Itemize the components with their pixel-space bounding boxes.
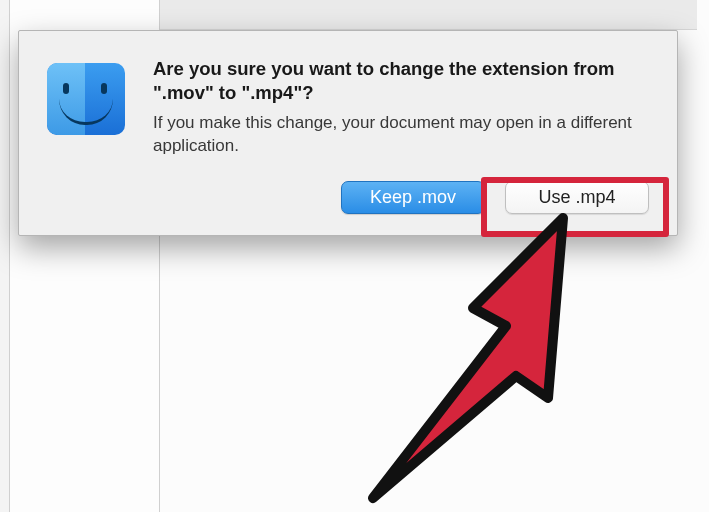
- window-sidebar-edge: [0, 0, 10, 512]
- dialog-message: If you make this change, your document m…: [153, 112, 649, 157]
- dialog-heading: Are you sure you want to change the exte…: [153, 57, 649, 104]
- extension-change-dialog: Are you sure you want to change the exte…: [18, 30, 678, 236]
- finder-icon: [47, 63, 127, 143]
- dialog-body: Are you sure you want to change the exte…: [153, 57, 649, 213]
- use-mp4-button[interactable]: Use .mp4: [505, 181, 649, 214]
- keep-mov-button[interactable]: Keep .mov: [341, 181, 485, 214]
- finder-column-header: [160, 0, 697, 30]
- dialog-button-row: Keep .mov Use .mp4: [153, 181, 649, 214]
